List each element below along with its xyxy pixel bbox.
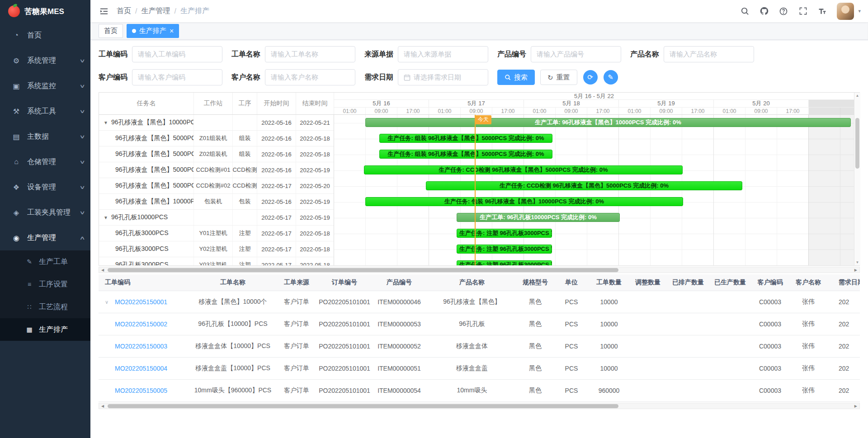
sidebar-item-warehouse[interactable]: ⌂仓储管理∨ [0,149,90,174]
sidebar-toggle-icon[interactable] [99,6,109,17]
scrollbar-thumb[interactable] [855,118,859,169]
sidebar-item-production[interactable]: ◉生产管理∧ [0,225,90,250]
filter-input-product-name[interactable]: 请输入产品名称 [664,46,754,62]
gantt-grid-row[interactable]: 96孔移液盒【黑色】5000PCSZ02组装机组装2022-05-162022-… [99,146,334,162]
filter-input-work-order-name[interactable]: 请输入工单名称 [265,46,355,62]
gantt-bar-task[interactable]: 生产任务: 注塑 96孔孔板3000PCS 完成比例: 0% [457,229,552,238]
breadcrumb-item[interactable]: 首页 [117,6,131,16]
orders-horizontal-scrollbar[interactable]: ◀ ▶ [99,403,860,409]
tree-caret-icon[interactable]: ▼ [104,215,108,220]
gantt-grid-row[interactable]: 96孔孔板3000PCSY02注塑机注塑2022-05-172022-05-18 [99,241,334,257]
gantt-grid-row[interactable]: 96孔孔板3000PCSY01注塑机注塑2022-05-172022-05-18 [99,226,334,241]
gantt-bar-task[interactable]: 生产任务: 组装 96孔移液盒【黑色】5000PCS 完成比例: 0% [379,134,552,143]
device-icon: ❖ [11,183,22,192]
gantt-bar-task[interactable]: 生产任务: CCD检测 96孔移液盒【黑色】5000PCS 完成比例: 0% [426,181,742,190]
breadcrumb-item[interactable]: 生产管理 [141,6,170,16]
gantt-day-header: 5月 18 [524,100,619,107]
scroll-down-icon[interactable]: ▼ [856,260,859,264]
gantt-grid-row[interactable]: 96孔孔板3000PCSY03注塑机注塑2022-05-172022-05-18 [99,257,334,265]
filter-input-customer-name[interactable]: 请输入客户名称 [265,69,355,85]
gantt-grid-row[interactable]: 96孔移液盒【黑色】5000PCSCCD检测#02CCD检测2022-05-17… [99,178,334,194]
orders-cell-name: 10mm吸头【960000】PCS [190,380,276,401]
help-icon[interactable] [778,6,788,16]
gantt-bar-task[interactable]: 生产任务: 包装 96孔移液盒【黑色】10000PCS 完成比例: 0% [365,197,683,206]
tab-首页[interactable]: 首页 [99,24,123,38]
search-button[interactable]: 搜索 [497,70,535,85]
orders-row[interactable]: ∨MO202205150001移液盒【黑色】10000个客户订单PO202205… [99,291,860,313]
filter-product-name: 产品名称请输入产品名称 [630,46,754,62]
sidebar-item-system-monitor[interactable]: ▣系统监控∨ [0,73,90,99]
sidebar-subitem-work-order[interactable]: ✎生产工单 [0,250,90,273]
gantt-bar-order[interactable]: 生产工单: 96孔移液盒【黑色】10000PCS 完成比例: 0% [365,118,851,127]
sidebar-item-system-tools[interactable]: ⚒系统工具∨ [0,99,90,124]
search-icon[interactable] [740,6,750,16]
gantt-bar-label: 生产任务: CCD检测 96孔移液盒【黑色】5000PCS 完成比例: 0% [500,182,669,190]
sidebar-item-equipment[interactable]: ❖设备管理∨ [0,174,90,200]
orders-row[interactable]: MO20220515000510mm吸头【960000】PCS客户订单PO202… [99,380,860,402]
gantt-grid-row[interactable]: ▼96孔移液盒【黑色】10000PCS2022-05-162022-05-21 [99,115,334,131]
gantt-grid-row[interactable]: 96孔移液盒【黑色】5000PCSCCD检测#01CCD检测2022-05-16… [99,162,334,178]
sidebar-subitem-production-scheduling[interactable]: ▦生产排产 [0,318,90,341]
gantt-timeline[interactable]: 5月 16 - 5月 22 5月 165月 175月 185月 195月 20 … [334,93,854,265]
row-expand-icon[interactable]: ∨ [105,299,115,305]
orders-row[interactable]: MO202205150003移液盒盒体【10000】PCS客户订单PO20220… [99,335,860,358]
app-logo[interactable]: 苦糖果MES [0,0,90,23]
filter-label-customer-name: 客户名称 [231,73,260,82]
fullscreen-icon[interactable] [798,6,808,16]
filter-input-product-no[interactable]: 请输入产品编号 [531,46,621,62]
filter-input-work-order-code[interactable]: 请输入工单编码 [132,46,222,62]
gantt-bar-task[interactable]: 生产任务: 组装 96孔移液盒【黑色】5000PCS 完成比例: 0% [379,150,552,159]
gantt-bar-task[interactable]: 生产任务: 注塑 96孔孔板3000PCS 完成比例: 0% [457,260,552,265]
sidebar-item-home[interactable]: ◔首页 [0,23,90,48]
github-icon[interactable] [759,6,769,16]
orders-row[interactable]: MO20220515000296孔孔板【10000】PCS客户订单PO20220… [99,313,860,335]
scroll-right-icon[interactable]: ▶ [854,404,857,408]
sidebar-item-system-management[interactable]: ⚙系统管理∨ [0,48,90,73]
sidebar-subitem-process-settings[interactable]: ≡工序设置 [0,273,90,296]
gantt-bar-order[interactable]: 生产工单: 96孔孔板10000PCS 完成比例: 0% [457,213,620,222]
gantt-task-name: ▼96孔孔板10000PCS [99,210,194,225]
order-code-link[interactable]: MO202205150002 [115,320,167,328]
order-code-link[interactable]: MO202205150003 [115,343,167,350]
order-code-link[interactable]: MO202205150005 [115,387,167,394]
filter-label-work-order-name: 工单名称 [231,50,260,59]
reschedule-button[interactable]: ⟳ [583,70,598,85]
gantt-hour-header [840,108,854,114]
font-size-icon[interactable] [817,6,827,16]
scroll-left-icon[interactable]: ◀ [101,404,104,408]
sidebar-item-master-data[interactable]: ▤主数据∨ [0,124,90,149]
scroll-left-icon[interactable]: ◀ [101,268,104,272]
filter-input-source-doc[interactable]: 请输入来源单据 [398,46,488,62]
gantt-grid-row[interactable]: 96孔移液盒【黑色】10000PCS包装机包装2022-05-162022-05… [99,194,334,210]
filter-input-demand-date[interactable]: 请选择需求日期 [398,69,488,85]
order-code-link[interactable]: MO202205150004 [115,365,167,372]
sidebar-item-label: 首页 [27,31,84,40]
chevron-down-icon: ∨ [79,134,85,140]
reset-button[interactable]: ↻ 重置 [540,70,577,85]
sidebar-subitem-process-flow[interactable]: ∷工艺流程 [0,296,90,318]
scrollbar-thumb[interactable] [108,404,618,408]
tab-生产排产[interactable]: 生产排产× [127,24,179,38]
gantt-bar-task[interactable]: 生产任务: CCD检测 96孔移液盒【黑色】5000PCS 完成比例: 0% [364,165,683,174]
gantt-grid-row[interactable]: ▼96孔孔板10000PCS2022-05-172022-05-19 [99,210,334,226]
filter-source-doc: 来源单据请输入来源单据 [364,46,488,62]
gantt-vertical-scrollbar[interactable]: ▲ ▼ [854,93,860,265]
filter-input-customer-code[interactable]: 请输入客户编码 [132,69,222,85]
breadcrumb: 首页/生产管理/生产排产 [117,6,209,16]
avatar[interactable] [837,3,854,20]
orders-cell-item_name: 移液盒盒盖 [427,358,517,379]
sidebar-item-fixture[interactable]: ◈工装夹具管理∨ [0,200,90,225]
scroll-up-icon[interactable]: ▲ [856,94,859,98]
orders-row[interactable]: MO202205150004移液盒盒盖【10000】PCS客户订单PO20220… [99,358,860,380]
scrollbar-thumb[interactable] [108,268,618,272]
edit-button[interactable]: ✎ [604,70,618,85]
close-icon[interactable]: × [170,28,174,35]
today-badge: 今天 [475,115,491,124]
tree-caret-icon[interactable]: ▼ [104,120,108,125]
gantt-grid-row[interactable]: 96孔移液盒【黑色】5000PCSZ01组装机组装2022-05-162022-… [99,131,334,146]
order-code-link[interactable]: MO202205150001 [115,298,167,306]
avatar-caret-icon[interactable]: ▾ [858,8,861,14]
scroll-right-icon[interactable]: ▶ [854,268,857,272]
gantt-bar-task[interactable]: 生产任务: 注塑 96孔孔板3000PCS 完成比例: 0% [457,245,552,254]
gantt-horizontal-scrollbar[interactable]: ◀ ▶ [99,267,860,273]
